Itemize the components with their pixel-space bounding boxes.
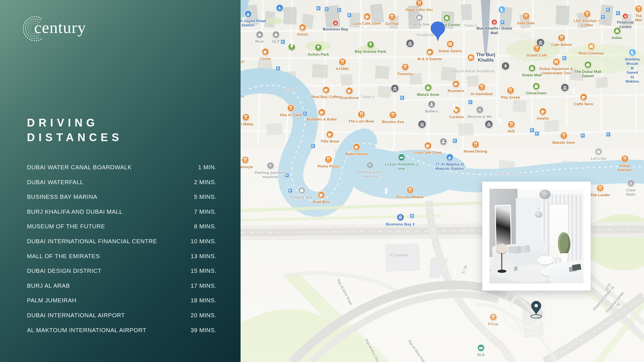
map-poi-safa-dale-icon[interactable] xyxy=(522,12,530,20)
map-poi-liza-cafe-zone-icon[interactable] xyxy=(363,13,371,20)
property-location-pin-icon[interactable] xyxy=(528,300,545,320)
map-poi-amazi-icon[interactable] xyxy=(299,24,307,31)
map-poi-gothai-icon[interactable] xyxy=(388,13,396,21)
map-bus-icon xyxy=(288,188,293,193)
map-poi-katsuya-icon[interactable] xyxy=(241,156,249,164)
distance-time-value: 10 MINS. xyxy=(191,238,216,245)
map-poi-the-larder-icon[interactable] xyxy=(596,184,604,192)
map-poi-bay-avenue-park-icon[interactable] xyxy=(367,41,374,48)
map-poi-awafia-icon[interactable] xyxy=(539,108,547,115)
distance-row: MALL OF THE EMIRATES 13 MINS. xyxy=(27,252,216,260)
map-poi-let-s-go-icon[interactable] xyxy=(595,148,602,155)
map-poi-piccola-milano-icon[interactable] xyxy=(406,186,414,194)
map-poi-boba-house-icon[interactable] xyxy=(353,143,360,151)
map-label-boba-house: Boba House xyxy=(345,152,368,156)
map-bus-icon xyxy=(347,13,352,17)
map-poi-sheikh-zayed-road-icon[interactable] xyxy=(244,10,252,18)
map-poi-al-hamidieh-icon[interactable] xyxy=(478,83,486,91)
map-poi-bakala-joos-icon[interactable] xyxy=(560,132,568,139)
map-label-parking-paym: Parking paym machine xyxy=(357,170,383,179)
distance-place-label: DUBAI INTERNATIONAL AIRPORT xyxy=(27,312,125,319)
map-poi-charity-box-icon[interactable] xyxy=(298,186,306,194)
map-poi-dubai-aquarium-icon[interactable] xyxy=(553,58,560,66)
map-person-icon xyxy=(440,138,447,145)
century-logo: century xyxy=(22,15,108,46)
map-poi-ave-icon[interactable] xyxy=(508,120,515,128)
map-poi-real-bay-coffee-icon[interactable] xyxy=(322,86,330,94)
map-label-al-waha: Al Waha xyxy=(241,122,253,126)
map-poi-sheikha-mozah-b-icon[interactable] xyxy=(629,48,636,56)
map-poi-lusso-hometels-j-icon[interactable] xyxy=(398,153,405,161)
map-bus-icon xyxy=(500,20,505,25)
map-poi-ballers-icon[interactable] xyxy=(428,100,436,108)
map-poi-financial-centre-icon[interactable] xyxy=(622,13,629,19)
map-poi-mazaya-center-icon[interactable] xyxy=(443,14,451,22)
distance-row: PALM JUMEIRAH 18 MINS. xyxy=(27,296,216,305)
map-poi-caffe-nero-icon[interactable] xyxy=(580,93,588,101)
map-poi-pomo-pizza-icon[interactable] xyxy=(325,155,332,163)
map-poi-monroe-me-icon[interactable] xyxy=(476,106,484,114)
map-poi-glt-icon[interactable] xyxy=(272,31,280,38)
map-poi-fi-lia-icon[interactable] xyxy=(489,313,497,321)
distance-row: BURJ KHALIFA AND DUBAI MALL 7 MINS. xyxy=(27,207,216,216)
map-label-lusso-hometels-j: Lusso Hometels J one xyxy=(385,162,418,171)
map-poi-cafe-beirut-icon[interactable] xyxy=(558,34,565,42)
map-poi-dubai-mall-icon[interactable] xyxy=(528,64,536,72)
svg-text:P: P xyxy=(369,163,371,167)
map-poi-title-brew-icon[interactable] xyxy=(326,131,334,138)
map-poi-real-bev-icon[interactable] xyxy=(317,191,325,199)
map-monument-icon xyxy=(561,83,569,92)
map-poi-pita-greek-icon[interactable] xyxy=(507,87,514,94)
map-poi-pepe-s-piri-piri-icon[interactable] xyxy=(415,0,423,7)
map-poi-al-waha-icon[interactable] xyxy=(242,113,250,121)
map-poi-reel-cinemas-icon[interactable] xyxy=(588,42,595,50)
map-poi-ldc-kitchen-icon[interactable] xyxy=(583,10,591,18)
map-poi-charity-box-icon[interactable] xyxy=(415,13,423,21)
map-monument-icon xyxy=(418,120,426,129)
distance-row: MUSEUM OF THE FUTURE 8 MINS. xyxy=(27,222,216,231)
map-poi-action-park-icon[interactable] xyxy=(315,44,322,51)
map-poi-the-dubai-mall-icon[interactable] xyxy=(584,61,592,69)
map-poi-manzil-souk-icon[interactable] xyxy=(424,84,432,92)
map-poi-parking-payment-icon[interactable]: P xyxy=(267,162,274,170)
map-lights-icon xyxy=(499,118,501,124)
city-map[interactable]: Sheikh Zayed Road Station♞AmaziBusiness … xyxy=(241,0,644,362)
map-poi-chinatown-icon[interactable] xyxy=(532,82,540,90)
map-poi-77-al-wajeha-al-icon[interactable] xyxy=(446,153,454,161)
map-poi-aj1881-icon[interactable] xyxy=(339,58,346,66)
map-poi-business-bay-icon[interactable] xyxy=(332,20,339,26)
map-poi-tiramisu-icon[interactable] xyxy=(401,63,409,71)
map-bus-icon xyxy=(600,14,605,19)
map-poi-m-a-events-icon[interactable] xyxy=(426,48,434,56)
map-bus-icon xyxy=(580,133,585,138)
map-poi-parking-paym-icon[interactable]: P xyxy=(366,161,374,169)
map-label-caribou: Caribou xyxy=(449,115,464,119)
map-poi-liza-cafe-zone-icon[interactable] xyxy=(424,142,432,149)
distance-time-value: 13 MINS. xyxy=(191,253,216,260)
map-label-safa-dale: Safa Dale xyxy=(517,21,535,26)
map-label-m-a-events: M & A Events xyxy=(417,57,442,61)
map-poi-the-lulu-bear-icon[interactable] xyxy=(358,110,365,118)
map-poi-costa-icon[interactable] xyxy=(261,48,269,56)
map-poi-tea-mat-icon[interactable] xyxy=(635,5,643,13)
map-poi-business-bay-2-icon[interactable] xyxy=(397,213,404,221)
map-poi-dubai-opera-icon[interactable] xyxy=(446,40,454,48)
map-label-liza-cafe-zone: Liza Cafe Zone xyxy=(353,21,380,26)
map-poi-bubbles-boba-icon[interactable] xyxy=(318,108,326,116)
map-label-abu-al-zalaf: Abu Al Zalaf xyxy=(280,113,302,117)
map-poi-blooms-ava-icon[interactable] xyxy=(389,111,397,119)
map-poi-the-burj-icon[interactable] xyxy=(467,54,475,61)
map-poi-roasters-icon[interactable] xyxy=(452,80,460,88)
map-monument-icon xyxy=(391,84,399,93)
map-poi-grandiose-icon[interactable] xyxy=(346,87,353,95)
destination-pin-icon[interactable] xyxy=(430,21,446,42)
map-poi-novel-dining-icon[interactable] xyxy=(472,141,479,148)
map-poi-rich-icon[interactable] xyxy=(256,31,264,38)
map-poi-claw-nails-icon[interactable] xyxy=(627,179,635,187)
photo-chaise xyxy=(490,257,515,280)
map-poi-burj-khalifa-dubai-icon[interactable] xyxy=(491,19,497,25)
svg-text:♞: ♞ xyxy=(278,6,281,10)
map-poi-abu-al-zalaf-icon[interactable] xyxy=(287,104,295,112)
map-poi-sls-icon[interactable] xyxy=(477,344,485,352)
map-poi-kitopi-kitchen-icon[interactable] xyxy=(621,155,629,163)
